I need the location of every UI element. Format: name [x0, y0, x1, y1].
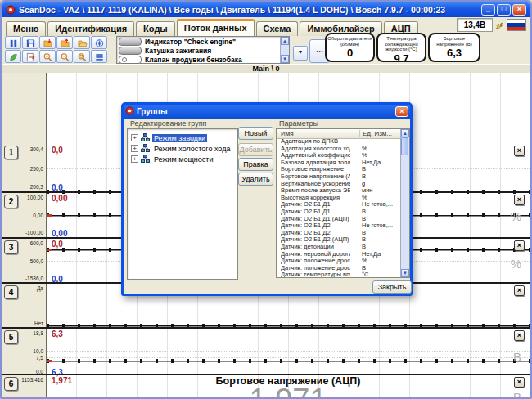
param-row[interactable]: Датчик: температуры впуск...°C: [277, 271, 401, 277]
compass-icon[interactable]: [91, 36, 107, 49]
dialog-icon: [125, 106, 134, 117]
param-row[interactable]: Время после запуска ЭБУмин: [277, 187, 401, 195]
scroll-up-icon[interactable]: ▲: [401, 129, 409, 137]
zoom-out-icon[interactable]: [56, 50, 73, 63]
scroll-up-icon[interactable]: ▲: [281, 37, 289, 45]
param-row[interactable]: Базовая адаптация топливо...Нет,Да: [277, 159, 401, 167]
gauge-panel: Бортовое напряжение (В)6,3: [428, 33, 480, 62]
battery-voltage: 13,4В: [457, 18, 493, 32]
indicator-scrollbar[interactable]: ▲ ▼: [280, 37, 289, 63]
minimize-icon[interactable]: _: [481, 4, 495, 16]
pause-icon[interactable]: [5, 36, 21, 49]
column-unit[interactable]: Ед. Изм...: [359, 130, 392, 137]
param-row[interactable]: Датчик: О2 Б1 Д1 (АЦП)В: [277, 216, 401, 223]
param-row[interactable]: Датчик: О2 Б1 Д1В: [277, 208, 401, 216]
delete-button[interactable]: Удалить: [238, 173, 273, 186]
zoom-in-icon[interactable]: [39, 50, 56, 63]
doc-arrow-icon[interactable]: [22, 50, 38, 63]
save-icon[interactable]: [22, 36, 38, 49]
screenshot-stage: ScanDoc - VAZ \ 1117-1119 (KALINA) \ Все…: [0, 0, 532, 399]
column-name[interactable]: Имя: [281, 130, 294, 137]
edit-button[interactable]: Правка: [238, 158, 273, 171]
add-button: Добавить: [238, 143, 273, 156]
maximize-icon[interactable]: □: [497, 4, 511, 16]
tab-menu[interactable]: Меню: [6, 21, 46, 36]
new-button[interactable]: Новый: [238, 127, 273, 140]
expand-plus-icon[interactable]: +: [131, 145, 138, 152]
params-scrollbar[interactable]: ▲ ▼: [400, 129, 409, 277]
dialog-close-button[interactable]: Закрыть: [372, 280, 412, 294]
indicator-dropdown-button[interactable]: ▼: [293, 46, 308, 61]
param-row[interactable]: Датчик: О2 Б1 Д2Не готов,...: [277, 222, 401, 230]
param-unit: В: [362, 265, 401, 272]
param-row[interactable]: Адаптация холостого хода%: [277, 146, 401, 153]
folder-out-icon[interactable]: [56, 36, 73, 49]
param-unit: В: [362, 208, 401, 216]
cursor-tick: [47, 214, 52, 217]
param-unit: В: [362, 216, 401, 223]
tab-schema[interactable]: Схема: [256, 21, 299, 36]
param-row[interactable]: Датчик: положение дроссел...В: [277, 265, 401, 272]
group-tree-item[interactable]: +Режим холостого хода: [128, 143, 237, 154]
dialog-title: Группы: [137, 107, 167, 116]
expand-plus-icon[interactable]: +: [131, 155, 138, 163]
param-row[interactable]: Бортовое напряжение (АЦП)В: [277, 173, 401, 181]
leaf-icon[interactable]: [5, 50, 21, 63]
folder-open-icon[interactable]: [74, 36, 90, 49]
russia-flag-icon[interactable]: [507, 19, 526, 31]
axis-tick-label: Нет: [2, 321, 43, 326]
axis-tick-label: 100,00: [2, 195, 43, 200]
gauge-label: Бортовое напряжение (В): [430, 34, 479, 47]
channel-close-icon[interactable]: ×: [514, 377, 525, 388]
param-unit: мин: [362, 187, 401, 195]
param-row[interactable]: Вертикальное ускорениеg: [277, 181, 401, 188]
tab-codes[interactable]: Коды: [136, 21, 175, 36]
channel-close-icon[interactable]: ×: [514, 146, 525, 156]
list-icon[interactable]: [91, 50, 107, 63]
params-box-label: Параметры: [279, 119, 318, 128]
indicator-row[interactable]: Индикатор "Check engine": [117, 38, 289, 46]
channel-close-icon[interactable]: ×: [514, 240, 525, 251]
dialog-title-bar[interactable]: Группы ×: [124, 105, 410, 119]
tab-identification[interactable]: Идентификация: [47, 21, 134, 36]
gauge-label: Температура охлаждающей жидкости (°C): [378, 34, 425, 52]
param-row[interactable]: Адаптация по ДПКВ: [277, 138, 401, 146]
param-row[interactable]: Бортовое напряжениеВ: [277, 166, 401, 173]
param-row[interactable]: Датчик: неровной дорогиНет,Да: [277, 251, 401, 258]
indicator-toggle-icon[interactable]: [119, 56, 142, 64]
zoom-area-icon[interactable]: [74, 50, 90, 63]
channel-divider: [2, 327, 530, 329]
param-row[interactable]: Датчик: положение дроссел...%: [277, 258, 401, 265]
param-row[interactable]: Датчик: О2 Б1 Д1Не готов,...: [277, 201, 401, 208]
folder-in-icon[interactable]: [39, 36, 56, 49]
channel-close-icon[interactable]: ×: [514, 195, 525, 205]
param-row[interactable]: Датчик: О2 Б1 Д2 (АЦП)В: [277, 236, 401, 244]
param-name: Датчик: О2 Б1 Д2: [281, 230, 350, 237]
channel-close-icon[interactable]: ×: [514, 330, 525, 341]
group-label: Режим заводки: [152, 134, 207, 142]
param-row[interactable]: Аддитивный коэффициент%: [277, 152, 401, 159]
indicator-row[interactable]: Катушка зажигания: [117, 47, 289, 55]
app-icon: [6, 5, 16, 15]
param-row[interactable]: Датчик: детонацииВ: [277, 244, 401, 251]
indicator-toggle-icon[interactable]: [119, 38, 142, 46]
scroll-down-icon[interactable]: ▼: [401, 269, 409, 277]
param-row[interactable]: Высотная коррекция%: [277, 195, 401, 202]
window-close-icon[interactable]: ×: [512, 4, 526, 16]
param-unit: %: [362, 152, 401, 159]
channel-unit: В: [513, 390, 521, 399]
indicator-toggle-icon[interactable]: [119, 47, 142, 55]
param-row[interactable]: Датчик: О2 Б1 Д2В: [277, 230, 401, 237]
gauge-value: 6,3: [430, 47, 479, 59]
indicator-row[interactable]: Клапан продувки бензобака: [117, 56, 289, 64]
title-bar[interactable]: ScanDoc - VAZ \ 1117-1119 (KALINA) \ Все…: [2, 2, 530, 17]
group-tree-item[interactable]: +Режим мощности: [128, 154, 237, 164]
tab-data-stream[interactable]: Поток данных: [177, 19, 255, 36]
expand-plus-icon[interactable]: +: [131, 134, 138, 141]
group-tree-item[interactable]: +Режим заводки: [128, 132, 237, 143]
channel-close-icon[interactable]: ×: [514, 285, 525, 296]
scroll-thumb[interactable]: [401, 137, 408, 155]
param-name: Датчик: О2 Б1 Д2 (АЦП): [281, 236, 350, 244]
dialog-close-icon[interactable]: ×: [395, 106, 408, 117]
scroll-down-icon[interactable]: ▼: [281, 55, 289, 63]
